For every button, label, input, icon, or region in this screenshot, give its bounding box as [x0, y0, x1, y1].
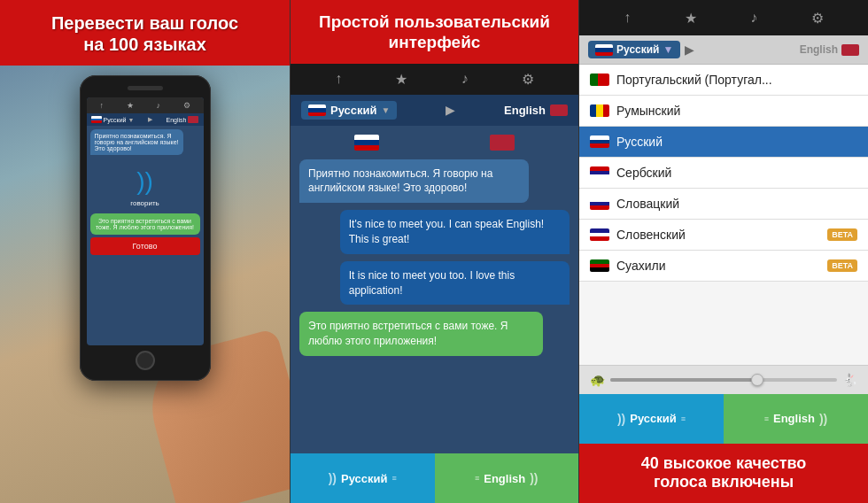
star-icon: ★ — [127, 101, 134, 110]
p2-speaker-icon[interactable]: ♪ — [461, 71, 469, 87]
p2-ru-btn-icon: )) — [329, 471, 337, 485]
phone-speaker — [128, 86, 163, 90]
p2-gear-icon[interactable]: ⚙ — [522, 71, 534, 88]
p2-chat-us-flag — [490, 135, 515, 151]
p3-lang-swap-icon[interactable]: ▶ — [685, 43, 694, 57]
p3-footer: 40 высокое качество голоса включены — [579, 444, 868, 503]
p3-list-item[interactable]: Сербский — [579, 158, 868, 189]
p3-rabbit-icon: 🐇 — [842, 373, 857, 387]
p3-list-item[interactable]: Португальский (Португал... — [579, 65, 868, 96]
p3-lang-right-selector[interactable]: English — [800, 43, 859, 56]
us-flag-icon — [188, 116, 198, 123]
panel1-header: Перевести ваш голос на 100 языках — [0, 0, 290, 66]
panel2-title: Простой пользовательский интерфейс — [305, 12, 564, 53]
p2-en-btn-label: English — [484, 472, 525, 485]
p3-slider-fill — [610, 378, 757, 382]
p3-list-item[interactable]: СловенскийBETA — [579, 220, 868, 251]
p3-share-icon[interactable]: ↑ — [624, 10, 631, 26]
p3-list-flag-icon — [590, 104, 609, 117]
phone-toolbar: ↑ ★ ♪ ⚙ — [87, 97, 204, 113]
p2-ru-lines-icon: ≡ — [392, 474, 397, 483]
p3-list-item-label: Русский — [616, 135, 663, 149]
p3-list-item[interactable]: СуахилиBETA — [579, 251, 868, 282]
phone-lang-arrow: ▼ — [128, 117, 134, 123]
p2-flag-row — [299, 135, 570, 151]
phone-done-button[interactable]: Готово — [90, 237, 200, 255]
mic-wave-icon: )) — [136, 167, 153, 196]
p2-lang-swap-icon[interactable]: ▶ — [446, 103, 455, 117]
p3-toolbar: ↑ ★ ♪ ⚙ — [579, 0, 868, 35]
p2-ru-btn-label: Русский — [341, 472, 388, 485]
phone-container: ↑ ★ ♪ ⚙ Русский ▼ ▶ English — [80, 75, 211, 381]
p3-ru-btn-icon: )) — [617, 412, 625, 426]
p3-speed-slider[interactable] — [610, 378, 837, 382]
p2-lang-bar: Русский ▼ ▶ English — [291, 95, 578, 126]
phone-bubble-1: Приятно познакомиться. Я говорю на англи… — [90, 129, 183, 155]
p3-lang-right-label: English — [800, 43, 838, 56]
p2-russian-button[interactable]: )) Русский ≡ — [291, 453, 435, 503]
gear-icon: ⚙ — [183, 101, 190, 110]
p3-list-flag-icon — [590, 74, 609, 86]
p2-lang-left-selector[interactable]: Русский ▼ — [301, 101, 397, 120]
p2-share-icon[interactable]: ↑ — [335, 71, 342, 87]
phone-screen: ↑ ★ ♪ ⚙ Русский ▼ ▶ English — [87, 97, 204, 345]
panel1-title: Перевести ваш голос на 100 языках — [14, 12, 275, 55]
p3-list-item-label: Сербский — [616, 166, 671, 180]
phone-mic-container[interactable]: )) говорить — [87, 159, 204, 211]
panel-simple-ui: Простой пользовательский интерфейс ↑ ★ ♪… — [290, 0, 579, 503]
p3-lang-left-arrow: ▼ — [663, 43, 674, 56]
panel-translate-voice: Перевести ваш голос на 100 языках ↑ ★ ♪ … — [0, 0, 290, 503]
p3-speaker-icon[interactable]: ♪ — [750, 10, 757, 26]
p3-lang-left-label: Русский — [616, 43, 660, 56]
p3-ru-btn-label: Русский — [630, 412, 677, 425]
p3-slider-row: 🐢 🐇 — [579, 365, 868, 394]
p2-russian-flag — [308, 104, 326, 116]
p3-lang-left-selector[interactable]: Русский ▼ — [588, 41, 680, 58]
p2-us-flag — [550, 104, 568, 116]
p3-gear-icon[interactable]: ⚙ — [811, 10, 824, 27]
p2-bubble-4: Это приятно встретиться с вами тоже. Я л… — [299, 312, 543, 356]
p3-star-icon[interactable]: ★ — [685, 10, 697, 27]
p3-list-item[interactable]: Русский — [579, 127, 868, 158]
phone-device: ↑ ★ ♪ ⚙ Русский ▼ ▶ English — [80, 75, 211, 381]
p3-list-flag-icon — [590, 166, 609, 179]
p2-bottom-bar: )) Русский ≡ ≡ English )) — [291, 453, 578, 503]
phone-mic-icon[interactable]: )) — [123, 166, 167, 197]
p3-bottom-bar: )) Русский ≡ ≡ English )) — [579, 394, 868, 444]
p3-list-item[interactable]: Словацкий — [579, 189, 868, 220]
p3-list-item-label: Словенский — [616, 228, 686, 242]
phone-lang-left-label: Русский — [104, 117, 127, 123]
phone-lang-separator: ▶ — [148, 116, 152, 123]
p3-russian-button[interactable]: )) Русский ≡ — [579, 394, 724, 444]
p3-slider-thumb[interactable] — [751, 374, 763, 386]
p2-en-lines-icon: ≡ — [475, 474, 479, 483]
p3-list-item-label: Суахили — [616, 259, 666, 273]
p3-en-btn-icon: )) — [819, 412, 827, 426]
p2-english-button[interactable]: ≡ English )) — [435, 453, 579, 503]
phone-home-button[interactable] — [136, 351, 155, 370]
p3-list-flag-icon — [590, 135, 609, 148]
p3-beta-badge: BETA — [827, 228, 857, 241]
p3-list-item[interactable]: Румынский — [579, 96, 868, 127]
speaker-icon: ♪ — [156, 101, 160, 110]
p3-list-item-label: Румынский — [616, 104, 680, 118]
share-icon: ↑ — [99, 101, 104, 110]
p2-en-btn-icon: )) — [530, 471, 538, 485]
p3-en-btn-label: English — [773, 412, 815, 425]
p3-english-button[interactable]: ≡ English )) — [724, 394, 868, 444]
p2-bubble-2: It's nice to meet you. I can speak Engli… — [340, 210, 570, 254]
p2-bubble-3: It is nice to meet you too. I love this … — [340, 261, 570, 306]
phone-lang-bar: Русский ▼ ▶ English — [87, 113, 204, 126]
p3-beta-badge: BETA — [827, 259, 857, 272]
p3-turtle-icon: 🐢 — [590, 373, 605, 387]
p2-lang-right-label: English — [504, 104, 546, 117]
phone-lang-left: Русский ▼ — [91, 116, 135, 123]
p2-lang-right-selector[interactable]: English — [504, 104, 568, 117]
p3-list-item-label: Словацкий — [616, 197, 679, 211]
p3-list-flag-icon — [590, 228, 609, 241]
p2-star-icon[interactable]: ★ — [395, 71, 407, 88]
panel2-phone: ↑ ★ ♪ ⚙ Русский ▼ ▶ English Приятно позн… — [291, 64, 578, 503]
p2-bubble-1: Приятно познакомиться. Я говорю на англи… — [299, 159, 529, 204]
p3-us-flag — [841, 44, 859, 56]
p2-chat-ru-flag — [354, 135, 379, 151]
